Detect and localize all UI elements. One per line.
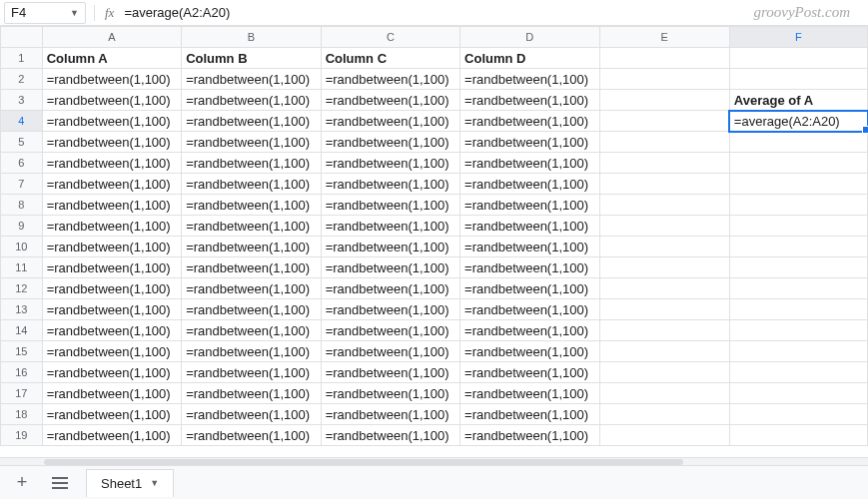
cell-c8[interactable]: =randbetween(1,100)	[321, 195, 459, 216]
cell-c3[interactable]: =randbetween(1,100)	[321, 90, 459, 111]
cell-c5[interactable]: =randbetween(1,100)	[321, 132, 459, 153]
cell-f15[interactable]	[729, 341, 867, 362]
cell-a15[interactable]: =randbetween(1,100)	[42, 341, 181, 362]
cell-e12[interactable]	[599, 278, 729, 299]
cell-c7[interactable]: =randbetween(1,100)	[321, 174, 459, 195]
formula-input[interactable]	[124, 5, 864, 20]
row-header[interactable]: 16	[1, 362, 43, 383]
cell-f12[interactable]	[729, 278, 867, 299]
cell-b18[interactable]: =randbetween(1,100)	[182, 404, 321, 425]
cell-f3[interactable]: Average of A	[729, 90, 867, 111]
row-header[interactable]: 6	[1, 153, 43, 174]
cell-a7[interactable]: =randbetween(1,100)	[42, 174, 181, 195]
all-sheets-button[interactable]	[48, 471, 72, 495]
cell-b2[interactable]: =randbetween(1,100)	[182, 69, 321, 90]
cell-d6[interactable]: =randbetween(1,100)	[460, 153, 599, 174]
cell-c18[interactable]: =randbetween(1,100)	[321, 404, 459, 425]
cell-f18[interactable]	[729, 404, 867, 425]
cell-e5[interactable]	[599, 132, 729, 153]
row-header[interactable]: 3	[1, 90, 43, 111]
cell-e11[interactable]	[599, 257, 729, 278]
cell-a17[interactable]: =randbetween(1,100)	[42, 383, 181, 404]
column-header-a[interactable]: A	[42, 27, 181, 48]
row-header[interactable]: 17	[1, 383, 43, 404]
cell-b14[interactable]: =randbetween(1,100)	[182, 320, 321, 341]
cell-b19[interactable]: =randbetween(1,100)	[182, 425, 321, 446]
cell-f11[interactable]	[729, 257, 867, 278]
cell-a3[interactable]: =randbetween(1,100)	[42, 90, 181, 111]
cell-b7[interactable]: =randbetween(1,100)	[182, 174, 321, 195]
cell-b17[interactable]: =randbetween(1,100)	[182, 383, 321, 404]
cell-e16[interactable]	[599, 362, 729, 383]
cell-e3[interactable]	[599, 90, 729, 111]
cell-d5[interactable]: =randbetween(1,100)	[460, 132, 599, 153]
cell-c10[interactable]: =randbetween(1,100)	[321, 237, 459, 257]
cell-c6[interactable]: =randbetween(1,100)	[321, 153, 459, 174]
name-box[interactable]: F4 ▼	[4, 2, 86, 24]
column-header-b[interactable]: B	[182, 27, 321, 48]
cell-f1[interactable]	[729, 48, 867, 69]
cell-f5[interactable]	[729, 132, 867, 153]
cell-f17[interactable]	[729, 383, 867, 404]
column-header-f[interactable]: F	[729, 27, 867, 48]
cell-a1[interactable]: Column A	[42, 48, 181, 69]
cell-f6[interactable]	[729, 153, 867, 174]
cell-f9[interactable]	[729, 216, 867, 237]
cell-e18[interactable]	[599, 404, 729, 425]
cell-c1[interactable]: Column C	[321, 48, 459, 69]
cell-b3[interactable]: =randbetween(1,100)	[182, 90, 321, 111]
row-header[interactable]: 14	[1, 320, 43, 341]
cell-e13[interactable]	[599, 299, 729, 320]
cell-c17[interactable]: =randbetween(1,100)	[321, 383, 459, 404]
cell-f2[interactable]	[729, 69, 867, 90]
row-header[interactable]: 2	[1, 69, 43, 90]
add-sheet-button[interactable]: +	[10, 471, 34, 495]
row-header[interactable]: 10	[1, 237, 43, 257]
cell-c14[interactable]: =randbetween(1,100)	[321, 320, 459, 341]
cell-d14[interactable]: =randbetween(1,100)	[460, 320, 599, 341]
cell-b11[interactable]: =randbetween(1,100)	[182, 257, 321, 278]
row-header[interactable]: 18	[1, 404, 43, 425]
row-header[interactable]: 8	[1, 195, 43, 216]
cell-e19[interactable]	[599, 425, 729, 446]
cell-e2[interactable]	[599, 69, 729, 90]
row-header[interactable]: 11	[1, 257, 43, 278]
row-header[interactable]: 12	[1, 278, 43, 299]
cell-a5[interactable]: =randbetween(1,100)	[42, 132, 181, 153]
cell-a8[interactable]: =randbetween(1,100)	[42, 195, 181, 216]
cell-f10[interactable]	[729, 237, 867, 257]
cell-e15[interactable]	[599, 341, 729, 362]
cell-b1[interactable]: Column B	[182, 48, 321, 69]
row-header[interactable]: 13	[1, 299, 43, 320]
column-header-e[interactable]: E	[599, 27, 729, 48]
cell-c2[interactable]: =randbetween(1,100)	[321, 69, 459, 90]
cell-c15[interactable]: =randbetween(1,100)	[321, 341, 459, 362]
cell-d13[interactable]: =randbetween(1,100)	[460, 299, 599, 320]
cell-e4[interactable]	[599, 111, 729, 132]
cell-f14[interactable]	[729, 320, 867, 341]
cell-a14[interactable]: =randbetween(1,100)	[42, 320, 181, 341]
cell-d7[interactable]: =randbetween(1,100)	[460, 174, 599, 195]
cell-a6[interactable]: =randbetween(1,100)	[42, 153, 181, 174]
cell-e17[interactable]	[599, 383, 729, 404]
cell-a19[interactable]: =randbetween(1,100)	[42, 425, 181, 446]
cell-e1[interactable]	[599, 48, 729, 69]
cell-d9[interactable]: =randbetween(1,100)	[460, 216, 599, 237]
select-all-corner[interactable]	[1, 27, 43, 48]
cell-b8[interactable]: =randbetween(1,100)	[182, 195, 321, 216]
column-header-c[interactable]: C	[321, 27, 459, 48]
row-header[interactable]: 5	[1, 132, 43, 153]
cell-f4[interactable]: =average(A2:A20)	[729, 111, 867, 132]
cell-e14[interactable]	[599, 320, 729, 341]
cell-a11[interactable]: =randbetween(1,100)	[42, 257, 181, 278]
cell-e6[interactable]	[599, 153, 729, 174]
cell-d19[interactable]: =randbetween(1,100)	[460, 425, 599, 446]
scrollbar-thumb[interactable]	[44, 459, 683, 465]
row-header[interactable]: 9	[1, 216, 43, 237]
spreadsheet-grid[interactable]: ABCDEF1Column AColumn BColumn CColumn D2…	[0, 26, 868, 446]
cell-b12[interactable]: =randbetween(1,100)	[182, 278, 321, 299]
cell-d4[interactable]: =randbetween(1,100)	[460, 111, 599, 132]
cell-d3[interactable]: =randbetween(1,100)	[460, 90, 599, 111]
cell-b16[interactable]: =randbetween(1,100)	[182, 362, 321, 383]
cell-b4[interactable]: =randbetween(1,100)	[182, 111, 321, 132]
